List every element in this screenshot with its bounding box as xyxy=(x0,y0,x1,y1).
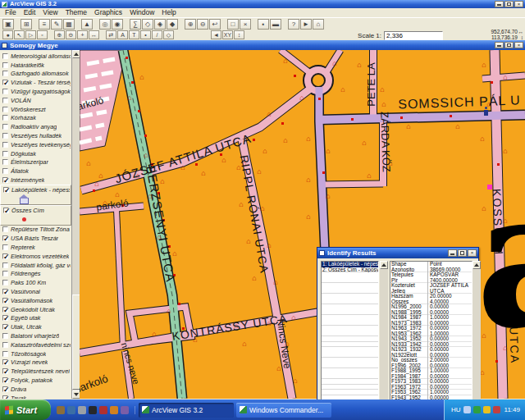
legend-item[interactable]: Katasztrófavédelmi szervek xyxy=(0,340,71,349)
legend-item[interactable]: Vízügyi igazgatóságok xyxy=(0,87,71,96)
legend-checkbox[interactable]: ✓ xyxy=(2,289,8,294)
zoom-in-button[interactable]: ⊕ xyxy=(185,19,196,30)
zoom-previous-button[interactable]: ↩ xyxy=(209,19,221,30)
identify-result-list[interactable]: 1: Lakóépületek - népesség - K2: Összes … xyxy=(321,261,379,420)
legend-checkbox[interactable] xyxy=(2,115,8,121)
legend-item[interactable]: Radioaktív anyag xyxy=(0,122,71,131)
menu-item[interactable]: Edit xyxy=(21,8,39,17)
legend-item[interactable]: ✓ USA Bázis Teszár xyxy=(0,234,71,243)
menu-item[interactable]: View xyxy=(39,8,61,17)
launch-button[interactable]: ► xyxy=(300,19,312,30)
legend-item[interactable]: Dögkutak xyxy=(0,149,71,158)
attribute-table-scrollbar[interactable] xyxy=(472,261,481,420)
legend-checkbox[interactable]: ✓ xyxy=(2,298,8,304)
scale-input[interactable] xyxy=(384,31,443,40)
quick-launch-icon[interactable] xyxy=(89,406,97,414)
legend-item[interactable]: ✓ Összes Cím xyxy=(0,205,71,226)
legend-checkbox[interactable] xyxy=(2,244,8,250)
legend-checkbox[interactable] xyxy=(2,53,8,59)
label-tool[interactable]: A xyxy=(117,30,128,39)
scroll-up-button[interactable] xyxy=(380,261,388,269)
draw-point-tool[interactable]: • xyxy=(140,30,151,39)
view-restore-button[interactable] xyxy=(504,42,514,48)
legend-checkbox[interactable] xyxy=(2,333,8,339)
open-theme-table-button[interactable]: ▦ xyxy=(63,19,75,30)
create-chart-button[interactable]: ▲ xyxy=(81,19,93,30)
theme-visibility-button[interactable]: ▪ xyxy=(258,19,269,30)
menu-item[interactable]: Theme xyxy=(62,8,90,17)
tray-icon[interactable] xyxy=(493,406,500,413)
home-button[interactable]: ⌂ xyxy=(313,19,324,30)
legend-checkbox[interactable]: ✓ xyxy=(2,177,8,183)
quick-launch-icon[interactable] xyxy=(67,406,75,414)
layout-button[interactable]: ▬ xyxy=(270,19,281,30)
quick-launch-icon[interactable] xyxy=(57,406,65,414)
legend-checkbox[interactable]: ✓ xyxy=(2,386,8,392)
dialog-minimize-button[interactable] xyxy=(448,249,457,257)
legend-item[interactable]: ✓ Elektromos vezetékek xyxy=(0,252,71,261)
legend-item[interactable]: Földrengés xyxy=(0,270,71,279)
measure-tool[interactable]: ↔ xyxy=(89,30,99,39)
legend-checkbox[interactable] xyxy=(2,62,8,68)
sort-tool[interactable]: ↕ xyxy=(234,30,244,39)
legend-item[interactable]: Veszélyes tevékenység xyxy=(0,140,71,149)
dialog-maximize-button[interactable] xyxy=(458,249,467,257)
legend-item[interactable]: Állatok xyxy=(0,167,71,176)
legend-checkbox[interactable]: ✓ xyxy=(2,80,8,85)
start-button[interactable]: Start xyxy=(0,399,51,420)
legend-item[interactable]: Repülésre Tiltott Zóna xyxy=(0,226,71,235)
legend-item[interactable]: Tűzoltóságok xyxy=(0,349,71,358)
zoom-in-tool[interactable]: ⊕ xyxy=(54,30,65,39)
identify-tool[interactable]: ● xyxy=(2,30,13,39)
legend-item[interactable]: ✓ Intézmények xyxy=(0,176,71,185)
legend-checkbox[interactable]: ✓ xyxy=(2,395,8,399)
taskbar-task[interactable]: ArcView GIS 3.2 xyxy=(139,403,234,418)
taskbar-task[interactable]: Windows Commander... xyxy=(236,403,331,418)
legend-item[interactable]: Veszélyes hulladék xyxy=(0,131,71,140)
legend-checkbox[interactable]: ✓ xyxy=(2,377,8,383)
zoom-active-theme-button[interactable]: ◈ xyxy=(154,19,166,30)
legend-item[interactable]: ✓ Víziutak - Teszár térség xyxy=(0,78,71,87)
legend-checkbox[interactable] xyxy=(2,124,8,130)
find-button[interactable]: ◎ xyxy=(99,19,111,30)
legend-checkbox[interactable]: ✓ xyxy=(2,315,8,321)
legend-checkbox[interactable]: ✓ xyxy=(3,208,9,213)
quick-launch-icon[interactable] xyxy=(78,406,86,414)
legend-checkbox[interactable] xyxy=(2,168,8,174)
legend-item[interactable]: Kórházak xyxy=(0,114,71,123)
legend-checkbox[interactable] xyxy=(2,226,8,232)
result-item[interactable]: 2: Összes Cím - Kaposvár xyxy=(322,267,378,273)
legend-item[interactable]: ✓ Tavak xyxy=(0,394,71,399)
legend-checkbox[interactable]: ✓ xyxy=(2,368,8,374)
menu-item[interactable]: File xyxy=(2,8,20,17)
legend-item[interactable]: VOLÁN xyxy=(0,96,71,105)
add-theme-button[interactable]: ⊞ xyxy=(21,19,32,30)
dialog-close-button[interactable]: × xyxy=(468,249,477,257)
legend-item[interactable]: ✓ Folyók, patakok xyxy=(0,376,71,385)
legend-item[interactable]: Paks 100 Km xyxy=(0,278,71,287)
zoom-full-extent-button[interactable]: ◇ xyxy=(142,19,153,30)
scroll-up-button[interactable] xyxy=(472,261,481,269)
legend-item[interactable]: Meteorológiai állomások xyxy=(0,52,71,61)
edit-legend-button[interactable]: ✎ xyxy=(51,19,62,30)
legend-checkbox[interactable]: ✓ xyxy=(2,235,8,241)
view-minimize-button[interactable] xyxy=(495,42,504,48)
hotlink-tool[interactable]: ⇄ xyxy=(106,30,116,39)
frame-tool[interactable]: ◄ xyxy=(211,30,221,39)
close-button[interactable]: × xyxy=(514,1,523,7)
draw-polygon-tool[interactable]: ◇ xyxy=(163,30,174,39)
quick-launch-icon[interactable] xyxy=(99,406,107,414)
legend-scrollbar[interactable] xyxy=(71,50,80,399)
legend-checkbox[interactable] xyxy=(2,107,8,112)
menu-item[interactable]: Help xyxy=(158,8,179,17)
legend-item[interactable]: ✓ Vízrajzi nevek xyxy=(0,358,71,368)
clear-selection-button[interactable]: × xyxy=(240,19,251,30)
dialog-titlebar[interactable]: Identify Results × xyxy=(317,248,478,258)
menu-item[interactable]: Window xyxy=(126,8,158,17)
select-box-tool[interactable]: ▫ xyxy=(37,30,48,39)
minimize-button[interactable] xyxy=(495,1,504,7)
view-close-button[interactable]: × xyxy=(514,42,523,48)
legend-item[interactable]: ✓ Geokódolt Utcák xyxy=(0,305,71,314)
legend-item[interactable]: Gázfogadó állomások xyxy=(0,70,71,79)
legend-checkbox[interactable] xyxy=(2,159,8,165)
